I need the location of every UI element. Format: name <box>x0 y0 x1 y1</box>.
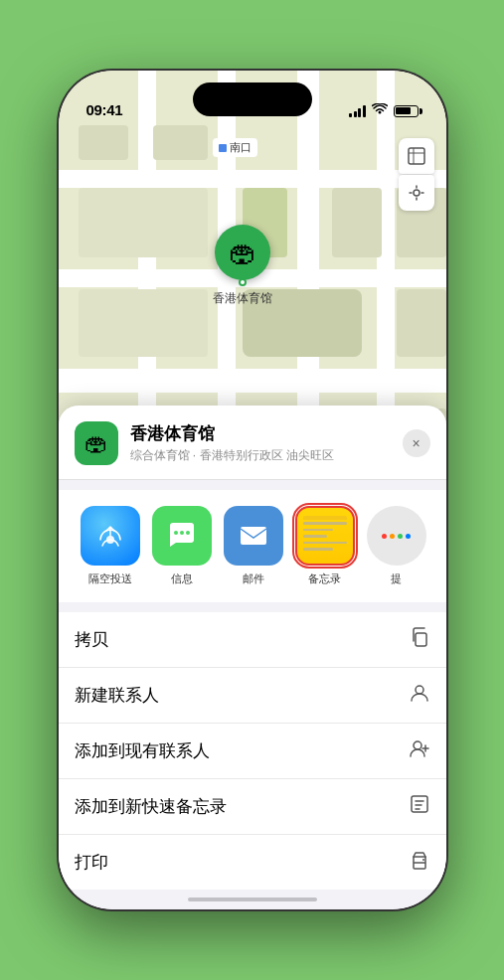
venue-subtitle: 综合体育馆 · 香港特别行政区 油尖旺区 <box>130 447 391 464</box>
more-icon <box>367 506 426 566</box>
notes-icon <box>295 506 355 566</box>
action-add-quick-note[interactable]: 添加到新快速备忘录 <box>59 779 446 835</box>
action-print[interactable]: 打印 <box>59 835 446 890</box>
home-indicator <box>188 898 317 901</box>
map-label: 南口 <box>213 138 257 157</box>
app-item-mail[interactable]: 邮件 <box>218 506 289 586</box>
app-item-notes[interactable]: 备忘录 <box>289 506 361 586</box>
venue-text: 香港体育馆 综合体育馆 · 香港特别行政区 油尖旺区 <box>130 422 391 464</box>
signal-icon <box>349 105 366 117</box>
venue-pin-label: 香港体育馆 <box>213 290 272 307</box>
action-copy[interactable]: 拷贝 <box>59 612 446 668</box>
messages-icon <box>152 506 212 566</box>
svg-point-9 <box>414 741 421 749</box>
app-item-airdrop[interactable]: 隔空投送 <box>75 506 146 586</box>
location-button[interactable] <box>399 175 434 211</box>
venue-name: 香港体育馆 <box>130 422 391 445</box>
mail-icon <box>224 506 283 566</box>
dynamic-island <box>193 82 312 116</box>
status-icons <box>349 103 419 118</box>
notes-label: 备忘录 <box>308 572 341 586</box>
venue-logo: 🏟 <box>75 421 118 465</box>
person-icon <box>409 682 430 709</box>
note-icon <box>409 793 430 820</box>
person-add-icon <box>409 737 430 764</box>
svg-point-12 <box>422 859 424 861</box>
phone-frame: 09:41 <box>59 71 446 909</box>
bottom-sheet: 🏟 香港体育馆 综合体育馆 · 香港特别行政区 油尖旺区 × <box>59 406 446 909</box>
svg-rect-7 <box>416 633 426 646</box>
copy-icon <box>409 626 430 653</box>
share-apps-row: 隔空投送 信息 <box>59 490 446 602</box>
map-controls <box>399 138 434 211</box>
svg-point-3 <box>174 531 178 535</box>
battery-icon <box>394 105 419 117</box>
venue-pin[interactable]: 🏟 香港体育馆 <box>213 225 272 307</box>
status-time: 09:41 <box>86 101 123 118</box>
app-item-more[interactable]: 提 <box>361 506 432 586</box>
action-list: 拷贝 新建联系人 <box>59 612 446 890</box>
action-new-contact[interactable]: 新建联系人 <box>59 668 446 724</box>
app-item-messages[interactable]: 信息 <box>146 506 218 586</box>
airdrop-icon <box>81 506 140 566</box>
messages-label: 信息 <box>171 572 193 586</box>
svg-point-5 <box>186 531 190 535</box>
print-icon <box>409 849 430 876</box>
phone-screen: 09:41 <box>59 71 446 909</box>
svg-rect-11 <box>414 863 425 869</box>
svg-point-4 <box>180 531 184 535</box>
airdrop-label: 隔空投送 <box>88 572 132 586</box>
venue-info-header: 🏟 香港体育馆 综合体育馆 · 香港特别行政区 油尖旺区 × <box>59 406 446 480</box>
venue-pin-icon: 🏟 <box>229 237 256 269</box>
svg-rect-6 <box>241 527 266 545</box>
close-button[interactable]: × <box>403 429 430 457</box>
action-add-existing-contact[interactable]: 添加到现有联系人 <box>59 724 446 779</box>
svg-rect-0 <box>409 148 424 164</box>
svg-point-8 <box>416 686 423 694</box>
map-type-button[interactable] <box>399 138 434 174</box>
wifi-icon <box>372 103 388 118</box>
pin-circle: 🏟 <box>215 225 270 280</box>
svg-point-1 <box>414 190 420 196</box>
more-label: 提 <box>391 572 402 586</box>
mail-label: 邮件 <box>243 572 264 586</box>
